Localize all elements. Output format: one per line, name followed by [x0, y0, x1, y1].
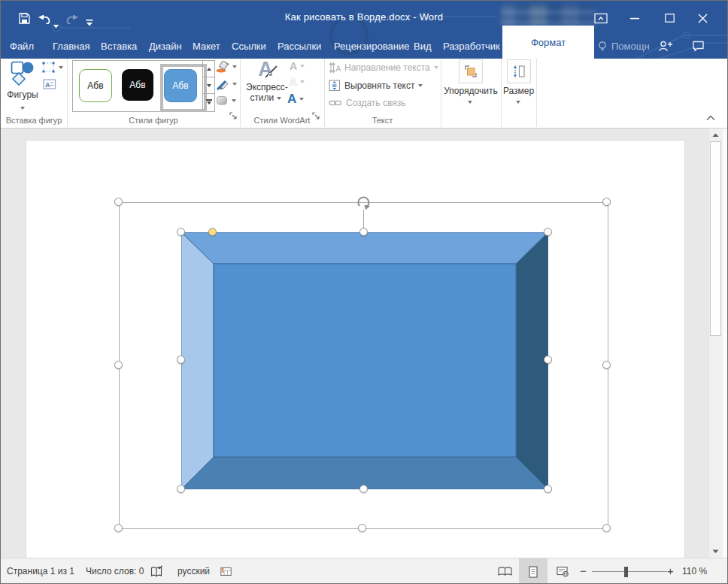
zoom-in-icon[interactable]: + — [667, 558, 674, 584]
shape-handle-mid-left[interactable] — [177, 356, 185, 364]
shape-handle-top-mid[interactable] — [359, 228, 368, 236]
tab-format-active[interactable]: Формат — [502, 26, 594, 59]
shapes-button[interactable]: Фигуры — [4, 59, 41, 107]
text-box-icon[interactable]: А — [43, 79, 56, 92]
language-indicator[interactable]: русский — [177, 558, 210, 584]
document-area — [1, 129, 727, 558]
help-tab-label: Помощн — [611, 41, 650, 52]
word-window: Как рисовать в Ворде.docx - Word Файл Гл… — [0, 0, 728, 584]
page-indicator[interactable]: Страница 1 из 1 — [7, 558, 74, 584]
text-effects-icon: А — [287, 92, 296, 107]
shape-style-gallery: Абв Абв Абв — [72, 60, 215, 112]
size-icon[interactable] — [507, 59, 531, 83]
print-layout-icon[interactable] — [519, 558, 548, 584]
bevel-top-face — [181, 232, 548, 264]
zoom-out-icon[interactable]: − — [580, 558, 587, 584]
tab-mailings[interactable]: Рассылки — [278, 34, 321, 59]
bevel-frame-shape[interactable] — [181, 232, 548, 489]
gallery-down-icon[interactable] — [203, 77, 214, 94]
arrange-dropdown[interactable] — [468, 101, 472, 104]
create-link-button: Создать связь — [329, 98, 405, 108]
edit-shape-dropdown[interactable] — [59, 66, 63, 69]
text-fill-icon: А — [290, 60, 297, 72]
zoom-slider-thumb[interactable] — [624, 567, 628, 577]
tab-references[interactable]: Ссылки — [232, 34, 266, 59]
quick-styles-button[interactable]: А Экспресс- стили — [246, 59, 285, 103]
canvas-handle-bottom-right[interactable] — [602, 524, 611, 532]
collapse-ribbon-icon[interactable] — [705, 113, 717, 123]
canvas-handle-top-right[interactable] — [602, 198, 611, 206]
ribbon-display-options-icon[interactable] — [590, 10, 612, 26]
comments-icon[interactable] — [692, 41, 705, 55]
scroll-down-icon[interactable] — [709, 545, 722, 558]
text-effects-button[interactable]: А — [287, 92, 304, 107]
shape-fill-button[interactable] — [216, 61, 237, 73]
canvas-handle-top-left[interactable] — [114, 198, 123, 206]
text-direction-label: Направление текста — [344, 62, 430, 73]
shape-style-option-2[interactable]: Абв — [122, 69, 153, 101]
rotate-handle-icon[interactable] — [355, 194, 373, 215]
canvas-handle-bottom-mid[interactable] — [358, 524, 366, 532]
maximize-icon[interactable] — [658, 10, 681, 26]
proofing-icon[interactable] — [150, 565, 163, 580]
zoom-slider-track[interactable] — [592, 571, 667, 572]
shape-handle-mid-right[interactable] — [544, 356, 552, 364]
canvas-handle-bottom-left[interactable] — [114, 524, 123, 532]
close-icon[interactable] — [691, 10, 714, 26]
zoom-level[interactable]: 110 % — [682, 558, 707, 584]
text-outline-button[interactable]: А — [290, 76, 305, 88]
align-text-button[interactable]: Выровнять текст — [329, 80, 423, 92]
arrange-icon[interactable] — [459, 59, 483, 83]
shape-handle-bottom-left[interactable] — [177, 485, 185, 493]
tab-layout[interactable]: Макет — [193, 34, 220, 59]
create-link-icon — [329, 98, 342, 107]
read-mode-icon[interactable] — [491, 558, 518, 584]
shape-adjust-handle[interactable] — [208, 228, 217, 236]
align-text-label: Выровнять текст — [344, 80, 414, 91]
tab-review[interactable]: Рецензирование — [334, 34, 409, 59]
word-count[interactable]: Число слов: 0 — [86, 558, 144, 584]
arrange-button[interactable]: Упорядочить — [441, 86, 501, 96]
macro-record-icon[interactable] — [220, 567, 232, 579]
shape-fill-icon — [216, 61, 229, 73]
gallery-more-icon[interactable] — [203, 94, 214, 110]
shape-style-option-3-selected[interactable]: Абв — [164, 69, 197, 102]
shapes-icon — [10, 60, 35, 86]
bevel-inner-face — [214, 264, 516, 457]
tab-home[interactable]: Главная — [53, 34, 89, 59]
text-outline-icon: А — [290, 76, 297, 88]
tab-insert[interactable]: Вставка — [101, 34, 137, 59]
web-layout-icon[interactable] — [548, 558, 577, 584]
canvas-handle-mid-right[interactable] — [602, 361, 611, 369]
svg-text:A: A — [336, 65, 341, 73]
edit-shape-icon[interactable] — [42, 62, 56, 76]
tell-me-help[interactable]: Помощн — [597, 34, 650, 59]
gallery-up-icon[interactable] — [203, 61, 214, 77]
scrollbar-thumb[interactable] — [710, 141, 721, 336]
shape-outline-button[interactable] — [216, 78, 237, 90]
ribbon-tab-row: Файл Главная Вставка Дизайн Макет Ссылки… — [1, 34, 727, 59]
quick-styles-label-1: Экспресс- — [246, 82, 285, 92]
tab-design[interactable]: Дизайн — [149, 34, 182, 59]
shape-effects-button[interactable] — [216, 95, 236, 106]
vertical-scrollbar[interactable] — [708, 129, 723, 558]
tab-developer[interactable]: Разработчик — [443, 34, 500, 59]
shape-handle-bottom-mid[interactable] — [359, 485, 368, 493]
minimize-icon[interactable] — [623, 10, 646, 26]
group-label-shape-styles: Стили фигур — [67, 116, 240, 125]
text-fill-button[interactable]: А — [290, 60, 305, 72]
size-dropdown[interactable] — [516, 101, 520, 104]
share-icon[interactable] — [658, 40, 673, 56]
shape-handle-top-left[interactable] — [177, 228, 185, 236]
tab-file[interactable]: Файл — [10, 34, 34, 59]
size-button[interactable]: Размер — [501, 86, 536, 96]
shape-style-option-1[interactable]: Абв — [79, 69, 112, 102]
bevel-left-face — [181, 232, 214, 489]
shape-handle-top-right[interactable] — [544, 228, 552, 236]
tab-view[interactable]: Вид — [414, 34, 432, 59]
canvas-handle-mid-left[interactable] — [114, 361, 123, 369]
shape-effects-icon — [216, 95, 229, 106]
shape-handle-bottom-right[interactable] — [544, 485, 552, 493]
scroll-up-icon[interactable] — [709, 129, 722, 141]
text-direction-icon: A — [329, 62, 341, 74]
